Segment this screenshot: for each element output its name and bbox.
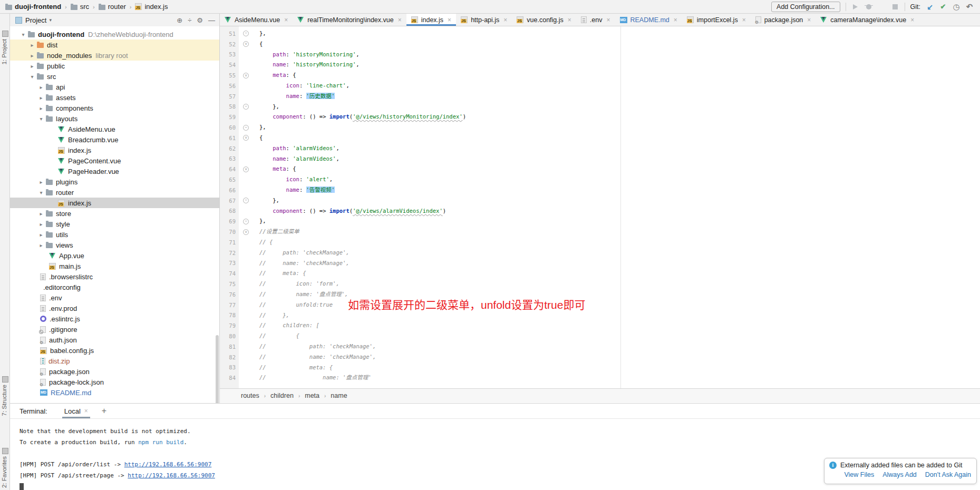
- hide-icon[interactable]: —: [208, 16, 215, 24]
- tree-item-.env[interactable]: .env: [10, 292, 219, 303]
- project-tool-icon[interactable]: [2, 31, 8, 37]
- tree-item-layouts[interactable]: ▾layouts: [10, 113, 219, 124]
- fold-marker-icon[interactable]: v: [243, 135, 249, 141]
- editor-tab-http-api.js[interactable]: http-api.js×: [456, 14, 512, 26]
- editor-tab-README.md[interactable]: README.md×: [615, 14, 682, 26]
- tree-item-src[interactable]: ▾src: [10, 71, 219, 82]
- editor-tab-index.js[interactable]: index.js×: [406, 14, 456, 26]
- chevron-right-icon[interactable]: ▸: [36, 211, 46, 217]
- tree-item-public[interactable]: ▸public: [10, 61, 219, 71]
- fold-marker-icon[interactable]: v: [243, 229, 249, 235]
- chevron-right-icon[interactable]: ▸: [36, 179, 46, 185]
- editor-tab-.env[interactable]: .env×: [576, 14, 615, 26]
- settings-icon[interactable]: ⚙: [197, 16, 203, 24]
- tree-item-main.js[interactable]: main.js: [10, 261, 219, 271]
- tree-item-plugins[interactable]: ▸plugins: [10, 177, 219, 187]
- project-scrollbar[interactable]: [216, 335, 219, 403]
- editor-tab-vue.config.js[interactable]: vue.config.js×: [512, 14, 576, 26]
- tree-item-index.js[interactable]: index.js: [10, 198, 219, 208]
- tree-item-api[interactable]: ▸api: [10, 82, 219, 92]
- notification-action-don-t-ask-again[interactable]: Don't Ask Again: [925, 471, 971, 478]
- coverage-icon[interactable]: [878, 3, 886, 11]
- close-icon[interactable]: ×: [910, 16, 914, 24]
- fold-marker-icon[interactable]: v: [243, 166, 249, 172]
- tree-item-utils[interactable]: ▸utils: [10, 229, 219, 240]
- chevron-right-icon[interactable]: ▸: [36, 242, 46, 248]
- structure-tool-icon[interactable]: [2, 376, 8, 383]
- fold-marker-icon[interactable]: −: [243, 219, 249, 224]
- chevron-right-icon[interactable]: ▸: [36, 221, 46, 227]
- fold-marker-icon[interactable]: −: [243, 31, 249, 36]
- fold-marker-icon[interactable]: −: [243, 198, 249, 203]
- fold-marker-icon[interactable]: −: [243, 125, 249, 131]
- tree-item-views[interactable]: ▸views: [10, 240, 219, 250]
- add-configuration-button[interactable]: Add Configuration...: [771, 2, 840, 12]
- tool-button-favorites[interactable]: 2: Favorites: [1, 456, 7, 488]
- code-area[interactable]: 51−},52v{53 path: 'historyMonitoring',54…: [220, 26, 980, 388]
- breadcrumb-item[interactable]: router: [99, 3, 126, 11]
- chevron-down-icon[interactable]: ▾: [49, 17, 52, 23]
- chevron-right-icon[interactable]: ▸: [27, 53, 37, 58]
- tree-item-router[interactable]: ▾router: [10, 187, 219, 198]
- tree-item-.editorconfig[interactable]: .editorconfig: [10, 282, 219, 292]
- tree-item-Breadcrumb.vue[interactable]: Breadcrumb.vue: [10, 134, 219, 145]
- editor-tab-realTimeMonitoring\index.vue[interactable]: realTimeMonitoring\index.vue×: [293, 14, 406, 26]
- chevron-right-icon[interactable]: ▸: [36, 232, 46, 238]
- editor-breadcrumb-item[interactable]: children: [270, 392, 294, 399]
- update-icon[interactable]: ↙: [926, 3, 934, 11]
- breadcrumb-item[interactable]: duoji-frontend: [5, 3, 61, 11]
- chevron-right-icon[interactable]: ▸: [36, 84, 46, 90]
- tree-item-.browserslistrc[interactable]: .browserslistrc: [10, 271, 219, 282]
- collapse-icon[interactable]: ÷: [188, 16, 191, 24]
- chevron-right-icon[interactable]: ▸: [27, 42, 37, 48]
- rollback-icon[interactable]: ↶: [965, 3, 974, 11]
- close-icon[interactable]: ×: [807, 16, 811, 24]
- chevron-right-icon[interactable]: ▸: [27, 63, 37, 69]
- tree-item-package-lock.json[interactable]: package-lock.json: [10, 377, 219, 387]
- tree-item-components[interactable]: ▸components: [10, 103, 219, 113]
- editor-breadcrumb-item[interactable]: name: [331, 392, 347, 399]
- terminal-link[interactable]: http://192.168.66.56:9007: [124, 461, 212, 468]
- fold-marker-icon[interactable]: −: [243, 104, 249, 110]
- tree-item-dist.zip[interactable]: dist.zip: [10, 356, 219, 366]
- close-icon[interactable]: ×: [398, 16, 402, 24]
- close-icon[interactable]: ×: [503, 16, 507, 24]
- breadcrumb-item[interactable]: src: [71, 3, 89, 11]
- tree-item-README.md[interactable]: README.md: [10, 387, 219, 398]
- tool-button-project[interactable]: 1: Project: [1, 39, 7, 65]
- tree-item-auth.json[interactable]: auth.json: [10, 335, 219, 345]
- editor-tab-package.json[interactable]: package.json×: [751, 14, 816, 26]
- close-icon[interactable]: ×: [568, 16, 571, 24]
- terminal-tab-local[interactable]: Local ×: [62, 404, 90, 418]
- tree-item-node_modules[interactable]: ▸node_moduleslibrary root: [10, 50, 219, 61]
- tree-item-package.json[interactable]: package.json: [10, 366, 219, 377]
- close-icon[interactable]: ×: [742, 16, 746, 24]
- commit-icon[interactable]: ✔: [939, 3, 947, 11]
- history-icon[interactable]: ◷: [952, 3, 960, 11]
- close-icon[interactable]: ×: [674, 16, 677, 24]
- editor-tab-AsideMenu.vue[interactable]: AsideMenu.vue×: [220, 14, 293, 26]
- tree-item-App.vue[interactable]: App.vue: [10, 250, 219, 261]
- chevron-down-icon[interactable]: ▾: [27, 74, 37, 80]
- close-icon[interactable]: ×: [448, 16, 451, 24]
- close-icon[interactable]: ×: [284, 16, 288, 24]
- fold-marker-icon[interactable]: v: [243, 73, 249, 79]
- tree-item-assets[interactable]: ▸assets: [10, 92, 219, 103]
- tree-item-PageContent.vue[interactable]: PageContent.vue: [10, 155, 219, 166]
- target-icon[interactable]: ⊕: [177, 16, 182, 24]
- chevron-right-icon[interactable]: ▸: [36, 95, 46, 101]
- editor-breadcrumb-item[interactable]: routes: [241, 392, 259, 399]
- chevron-down-icon[interactable]: ▾: [36, 116, 46, 122]
- close-icon[interactable]: ×: [84, 407, 88, 415]
- notification-action-view-files[interactable]: View Files: [844, 471, 874, 478]
- fold-marker-icon[interactable]: v: [243, 41, 249, 47]
- run-icon[interactable]: [851, 3, 860, 11]
- favorites-tool-icon[interactable]: [2, 448, 8, 454]
- tree-item-style[interactable]: ▸style: [10, 219, 219, 229]
- terminal-link[interactable]: http://192.168.66.56:9007: [128, 472, 215, 479]
- tree-item-duoji-frontend[interactable]: ▾duoji-frontendD:\zheheWeb\duoji-fronten…: [10, 29, 219, 40]
- tree-item-store[interactable]: ▸store: [10, 208, 219, 219]
- stop-icon[interactable]: [891, 3, 899, 11]
- editor-tab-cameraManage\index.vue[interactable]: cameraManage\index.vue×: [816, 14, 919, 26]
- editor-tab-importExcel.js[interactable]: importExcel.js×: [682, 14, 751, 26]
